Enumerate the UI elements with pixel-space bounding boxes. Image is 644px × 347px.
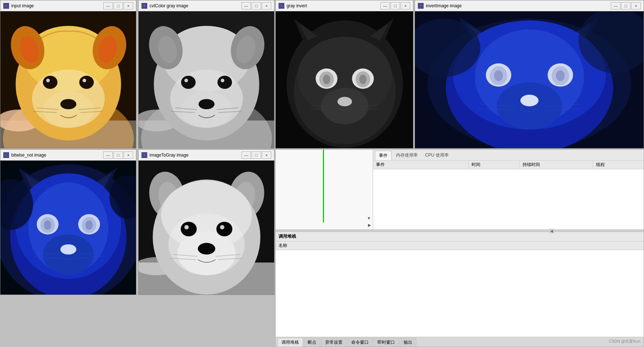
svg-point-55 (359, 75, 367, 84)
scroll-right-arrow[interactable]: ▶ (368, 223, 371, 228)
cvtcolor-window-title: cvtColor gray image (149, 3, 241, 8)
green-indicator-bar (323, 150, 324, 222)
imagetogray-window: ▪ imageToGray image — □ × (138, 149, 275, 295)
svg-point-35 (217, 76, 232, 89)
tab-command[interactable]: 命令窗口 (347, 338, 373, 347)
input-window-controls: — □ × (103, 2, 133, 9)
memory-tab[interactable]: 内存使用率 (392, 151, 421, 160)
close-btn-3[interactable]: × (401, 2, 410, 9)
tab-exception[interactable]: 异常设置 (321, 338, 347, 347)
tab-breakpoints[interactable]: 断点 (304, 338, 320, 347)
svg-point-119 (198, 243, 215, 255)
top-panel-area: ▶ ▼ 事件 内存使用率 CPU 使用率 事件 时间 持续时间 线程 (276, 150, 644, 230)
dog-color-image (0, 11, 136, 148)
scroll-down-arrow[interactable]: ▼ (367, 216, 371, 220)
invert-window-title: invertImage image (426, 3, 611, 8)
col-event: 事件 (373, 161, 469, 169)
svg-point-33 (199, 99, 215, 109)
close-btn-6[interactable]: × (262, 151, 271, 159)
cat-blue2-image (0, 161, 136, 295)
bitwise-window-controls: — □ × (103, 151, 133, 159)
close-btn-4[interactable]: × (631, 2, 641, 9)
svg-point-37 (221, 79, 224, 82)
minimize-btn-5[interactable]: — (103, 151, 113, 159)
chart-area: ▶ ▼ (276, 150, 373, 229)
minimize-btn-6[interactable]: — (241, 151, 251, 159)
invert-window-icon: ▪ (418, 3, 424, 9)
titlebar-bitwise: ▪ bitwise_not image — □ × (0, 150, 136, 161)
watermark: CSDN @肖爱Kun (609, 339, 640, 344)
svg-point-14 (79, 76, 94, 89)
input-window-icon: ▪ (3, 3, 9, 9)
col-time: 时间 (469, 161, 520, 169)
callstack-body (276, 250, 644, 337)
input-image-window: ▪ input image — □ × (0, 0, 136, 149)
close-btn[interactable]: × (124, 2, 133, 9)
minimize-btn[interactable]: — (103, 2, 113, 9)
svg-point-121 (216, 222, 232, 236)
maximize-btn-3[interactable]: □ (391, 2, 400, 9)
imagetogray-window-icon: ▪ (141, 152, 147, 158)
svg-point-99 (85, 220, 93, 230)
svg-point-16 (83, 79, 86, 82)
minimize-btn-3[interactable]: — (380, 2, 390, 9)
titlebar-cvtcolor: ▪ cvtColor gray image — □ × (139, 0, 274, 11)
svg-point-122 (184, 225, 189, 229)
events-panel: 事件 内存使用率 CPU 使用率 事件 时间 持续时间 线程 (373, 150, 644, 229)
cat-dark-image (276, 11, 413, 148)
svg-point-57 (337, 97, 352, 106)
events-tab[interactable]: 事件 (375, 151, 392, 160)
minimize-btn-4[interactable]: — (611, 2, 620, 9)
cvtcolor-window-controls: — □ × (241, 2, 271, 9)
tab-callstack[interactable]: 调用堆栈 (277, 338, 303, 347)
svg-point-11 (43, 91, 94, 128)
input-image-content (0, 11, 136, 148)
maximize-btn-5[interactable]: □ (113, 151, 123, 159)
maximize-btn-6[interactable]: □ (252, 151, 261, 159)
svg-point-101 (60, 244, 76, 255)
svg-point-76 (556, 70, 565, 81)
gray-invert-window: ▪ gray invert — □ × (275, 0, 413, 149)
close-btn-5[interactable]: × (124, 151, 133, 159)
collapse-arrow[interactable]: ◀ (549, 229, 554, 233)
col-thread: 线程 (593, 161, 644, 169)
titlebar-input: ▪ input image — □ × (0, 0, 136, 11)
svg-point-75 (494, 70, 503, 81)
cvtcolor-image-content (139, 11, 274, 148)
svg-point-54 (323, 75, 330, 84)
events-table-header: 事件 时间 持续时间 线程 (373, 161, 644, 169)
maximize-btn[interactable]: □ (113, 2, 123, 9)
callstack-section: 调用堆栈 名称 调用堆栈 断点 异常设置 命令窗口 即时窗口 输出 (276, 232, 644, 347)
maximize-btn-4[interactable]: □ (621, 2, 631, 9)
svg-point-98 (44, 220, 51, 230)
close-btn-2[interactable]: × (262, 2, 271, 9)
dog-gray-image (139, 11, 274, 148)
minimize-btn-2[interactable]: — (241, 2, 251, 9)
imagetogray-window-controls: — □ × (241, 151, 271, 159)
cpu-tab[interactable]: CPU 使用率 (421, 151, 452, 160)
panel-tabs-row: 事件 内存使用率 CPU 使用率 (373, 150, 644, 161)
svg-point-13 (43, 76, 57, 89)
titlebar-invert: ▪ invertImage image — □ × (415, 0, 644, 11)
svg-point-34 (181, 76, 196, 89)
gray-invert-controls: — □ × (380, 2, 410, 9)
imagetogray-image-content (139, 161, 274, 295)
gray-invert-content (276, 11, 413, 148)
cvtcolor-gray-window: ▪ cvtColor gray image — □ × (138, 0, 275, 149)
imagetogray-window-title: imageToGray image (149, 153, 241, 158)
callstack-label: 调用堆栈 (276, 232, 644, 241)
svg-point-15 (46, 79, 50, 82)
titlebar-imagetogray: ▪ imageToGray image — □ × (139, 150, 274, 161)
bitwise-window-title: bitwise_not image (11, 153, 103, 158)
titlebar-gray-invert: ▪ gray invert — □ × (276, 0, 413, 11)
tab-output[interactable]: 输出 (400, 338, 416, 347)
invert-window-controls: — □ × (611, 2, 641, 9)
input-window-title: input image (11, 3, 103, 8)
bitwise-window-icon: ▪ (3, 152, 9, 158)
bitwise-image-content (0, 161, 136, 295)
dog-gray2-image (139, 161, 274, 295)
tab-immediate[interactable]: 即时窗口 (373, 338, 399, 347)
maximize-btn-2[interactable]: □ (252, 2, 261, 9)
bottom-tabs-row: 调用堆栈 断点 异常设置 命令窗口 即时窗口 输出 (276, 337, 644, 347)
col-duration: 持续时间 (520, 161, 593, 169)
